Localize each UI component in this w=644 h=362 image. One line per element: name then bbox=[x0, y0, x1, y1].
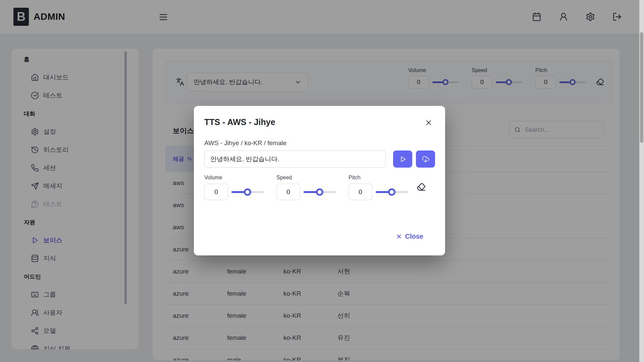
modal-pitch-slider-thumb[interactable] bbox=[388, 188, 395, 196]
modal-close-button[interactable]: Close bbox=[396, 233, 423, 240]
modal-volume-input[interactable] bbox=[204, 184, 228, 200]
page-scrollbar[interactable] bbox=[639, 0, 644, 362]
modal-volume-slider[interactable] bbox=[231, 189, 264, 195]
modal-pitch-input[interactable] bbox=[348, 184, 372, 200]
modal-pitch-slider[interactable] bbox=[376, 189, 408, 195]
close-x-icon bbox=[396, 233, 402, 240]
speed-label: Speed bbox=[276, 175, 348, 181]
page: B ADMIN 홈대시보드테스트대화설정히스토리세션메세지테스트자원보이스지식어… bbox=[0, 0, 644, 362]
play-button[interactable] bbox=[393, 150, 412, 168]
volume-label: Volume bbox=[204, 175, 276, 181]
close-icon[interactable] bbox=[425, 119, 433, 127]
play-icon bbox=[399, 156, 407, 163]
modal-speed-slider[interactable] bbox=[304, 189, 336, 195]
download-button[interactable] bbox=[416, 150, 435, 168]
modal-volume-control: Volume bbox=[204, 175, 276, 200]
page-scrollbar-thumb[interactable] bbox=[640, 32, 643, 143]
modal-reset-eraser-icon[interactable] bbox=[417, 182, 426, 191]
pitch-label: Pitch bbox=[348, 175, 421, 181]
modal-close-label: Close bbox=[405, 233, 423, 240]
modal-subtitle: AWS - Jihye / ko-KR / female bbox=[204, 139, 286, 147]
cloud-download-icon bbox=[422, 156, 429, 163]
modal-speed-slider-thumb[interactable] bbox=[316, 188, 323, 196]
modal-speed-input[interactable] bbox=[276, 184, 300, 200]
modal-speed-control: Speed bbox=[276, 175, 348, 200]
modal-title: TTS - AWS - Jihye bbox=[204, 117, 275, 127]
tts-text-input[interactable] bbox=[204, 150, 386, 168]
modal-volume-slider-thumb[interactable] bbox=[244, 188, 251, 196]
modal-pitch-control: Pitch bbox=[348, 175, 421, 200]
tts-modal: TTS - AWS - Jihye AWS - Jihye / ko-KR / … bbox=[194, 106, 445, 255]
